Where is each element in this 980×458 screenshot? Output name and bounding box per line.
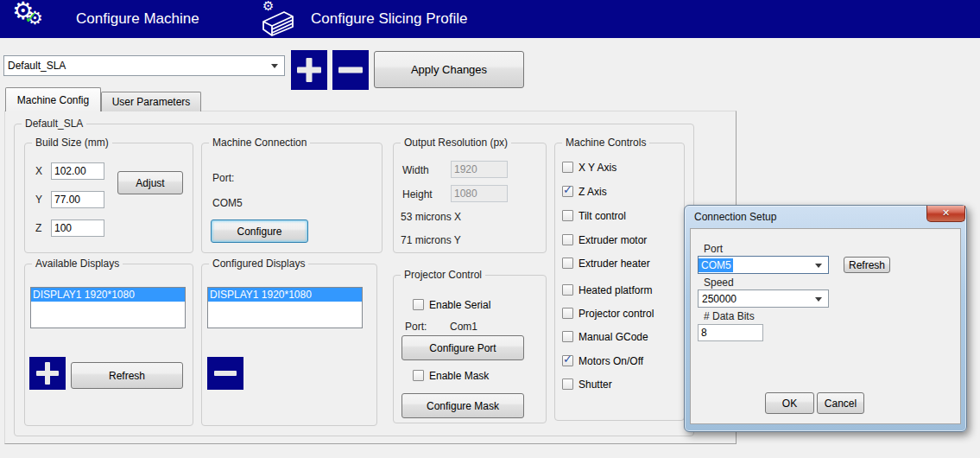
z-size-field[interactable] [51, 219, 104, 237]
dialog-port-label: Port [704, 243, 723, 255]
checkbox-projector-control[interactable]: ✓ Projector control [562, 307, 654, 320]
close-button[interactable]: ✕ [926, 206, 965, 222]
checkbox-icon: ✓ [413, 370, 424, 381]
output-resolution-groupbox: Output Resolution (px) Width Height 53 m… [393, 143, 547, 253]
chevron-down-icon [815, 264, 822, 271]
checkbox-xy-axis[interactable]: ✓ X Y Axis [562, 161, 616, 174]
plus-icon [307, 58, 313, 82]
x-size-field[interactable] [51, 162, 104, 180]
width-field [451, 161, 508, 178]
height-field [451, 185, 508, 202]
remove-profile-button[interactable] [332, 50, 369, 90]
configure-mask-button[interactable]: Configure Mask [401, 393, 524, 418]
checkbox-icon: ✓ [562, 258, 573, 269]
dialog-port-value: COM5 [699, 258, 733, 272]
projector-control-title: Projector Control [401, 269, 485, 281]
projector-port-label: Port: [405, 321, 427, 333]
dialog-speed-select[interactable]: 250000 [698, 289, 829, 308]
machine-controls-groupbox: Machine Controls ✓ X Y Axis ✓ Z Axis ✓ T… [554, 143, 685, 421]
apply-changes-button[interactable]: Apply Changes [374, 51, 524, 88]
available-displays-title: Available Displays [32, 258, 123, 270]
refresh-displays-button[interactable]: Refresh [71, 362, 183, 389]
cake-slice-icon [261, 10, 295, 37]
checkbox-icon: ✓ [562, 308, 573, 319]
checkbox-label: Shutter [579, 378, 612, 391]
checkbox-label: Enable Mask [429, 370, 489, 382]
profile-select-value: Default_SLA [4, 60, 271, 72]
checkbox-label: Tilt control [579, 210, 626, 222]
machine-connection-title: Machine Connection [209, 137, 310, 149]
build-size-title: Build Size (mm) [32, 137, 112, 149]
microns-x-label: 53 microns X [401, 211, 461, 223]
checkbox-manual-gcode[interactable]: ✓ Manual GCode [562, 330, 648, 343]
checkbox-icon: ✓ [413, 299, 424, 310]
dialog-body: Port COM5 Refresh Speed 250000 # Data Bi… [690, 228, 961, 424]
connection-setup-dialog: Connection Setup ✕ Port COM5 Refresh Spe… [684, 205, 967, 432]
dialog-title: Connection Setup [694, 211, 776, 223]
checkbox-label: Projector control [579, 308, 654, 320]
available-displays-groupbox: Available Displays DISPLAY1 1920*1080 Re… [24, 264, 193, 426]
available-displays-list: DISPLAY1 1920*1080 [30, 287, 186, 328]
height-label: Height [402, 188, 433, 200]
green-check-icon: ✓ [24, 8, 38, 28]
nav-configure-slicing-profile[interactable]: Configure Slicing Profile [311, 0, 467, 38]
slicing-profile-icon: ⚙ [257, 1, 299, 37]
checkbox-label: Extruder heater [579, 258, 650, 270]
machine-connection-groupbox: Machine Connection Port: COM5 Configure [201, 143, 383, 253]
minus-icon [338, 67, 363, 73]
y-size-field[interactable] [51, 191, 104, 208]
checkbox-label: Enable Serial [429, 299, 490, 311]
tab-machine-config[interactable]: Machine Config [5, 87, 101, 111]
configure-port-button[interactable]: Configure Port [401, 335, 524, 360]
checkbox-icon: ✓ [562, 186, 573, 197]
width-label: Width [402, 164, 429, 176]
dialog-port-select[interactable]: COM5 [698, 256, 829, 274]
remove-display-button[interactable] [207, 357, 243, 390]
list-item[interactable]: DISPLAY1 1920*1080 [31, 288, 185, 302]
microns-y-label: 71 microns Y [401, 234, 461, 246]
checkbox-z-axis[interactable]: ✓ Z Axis [562, 185, 607, 198]
plus-icon [45, 362, 50, 385]
checkbox-motors-onoff[interactable]: ✓ Motors On/Off [562, 354, 643, 367]
dialog-ok-button[interactable]: OK [765, 392, 814, 414]
configured-displays-title: Configured Displays [209, 258, 308, 270]
port-value: COM5 [212, 197, 243, 209]
add-profile-button[interactable] [291, 50, 327, 90]
projector-port-value: Com1 [450, 321, 477, 333]
checkbox-heated-platform[interactable]: ✓ Heated platform [562, 283, 652, 296]
checkbox-icon: ✓ [562, 378, 573, 390]
checkbox-shutter[interactable]: ✓ Shutter [562, 378, 612, 391]
projector-control-groupbox: Projector Control ✓ Enable Serial Port: … [393, 275, 547, 423]
checkbox-enable-serial[interactable]: ✓ Enable Serial [413, 298, 490, 311]
machine-controls-title: Machine Controls [562, 137, 649, 149]
checkbox-label: Manual GCode [579, 331, 648, 343]
configured-displays-list: DISPLAY1 1920*1080 [207, 287, 363, 328]
y-label: Y [35, 194, 42, 206]
list-item[interactable]: DISPLAY1 1920*1080 [208, 288, 362, 302]
checkbox-label: Z Axis [579, 186, 607, 198]
adjust-button[interactable]: Adjust [117, 171, 183, 194]
dialog-data-bits-field[interactable] [698, 324, 763, 341]
checkbox-tilt-control[interactable]: ✓ Tilt control [562, 209, 626, 222]
checkbox-icon: ✓ [562, 210, 573, 221]
checkbox-extruder-heater[interactable]: ✓ Extruder heater [562, 257, 650, 270]
x-label: X [35, 165, 42, 177]
close-icon: ✕ [942, 207, 950, 218]
chevron-down-icon [815, 297, 822, 305]
checkbox-icon: ✓ [562, 355, 573, 366]
checkbox-label: Extruder motor [579, 234, 647, 246]
dialog-speed-value: 250000 [699, 293, 815, 305]
tab-user-parameters[interactable]: User Parameters [101, 92, 201, 111]
checkbox-label: X Y Axis [579, 162, 616, 174]
profile-select[interactable]: Default_SLA [3, 55, 285, 76]
chevron-down-icon [271, 64, 278, 72]
dialog-data-bits-label: # Data Bits [704, 310, 755, 322]
nav-configure-machine[interactable]: Configure Machine [76, 0, 199, 38]
add-display-button[interactable] [29, 357, 66, 390]
dialog-refresh-button[interactable]: Refresh [844, 257, 890, 273]
checkbox-enable-mask[interactable]: ✓ Enable Mask [413, 369, 489, 382]
checkbox-extruder-motor[interactable]: ✓ Extruder motor [562, 233, 647, 246]
dialog-cancel-button[interactable]: Cancel [817, 392, 864, 414]
z-label: Z [35, 222, 41, 234]
configure-connection-button[interactable]: Configure [211, 219, 308, 243]
